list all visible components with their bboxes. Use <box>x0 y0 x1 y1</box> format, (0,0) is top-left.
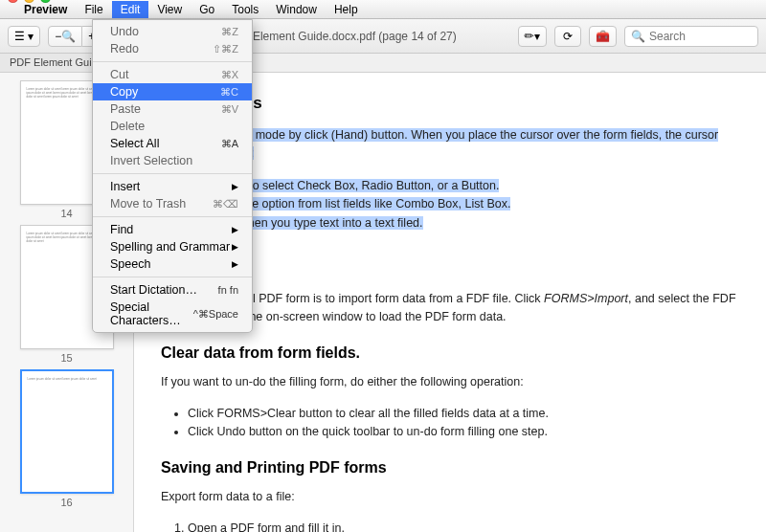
menu-item-find[interactable]: Find▶ <box>93 221 252 238</box>
menu-tools[interactable]: Tools <box>223 1 267 18</box>
menu-item-delete: Delete <box>93 118 252 135</box>
menu-item-cut: Cut⌘X <box>93 66 252 83</box>
menu-shortcut: ⌘X <box>221 69 238 81</box>
close-window-button[interactable] <box>8 0 18 3</box>
heading-save-print: Saving and Printing PDF forms <box>161 459 739 477</box>
menu-separator <box>93 277 252 277</box>
rotate-icon: ⟳ <box>563 30 573 43</box>
menu-item-speech[interactable]: Speech▶ <box>93 255 252 273</box>
menu-item-label: Paste <box>110 102 141 116</box>
menu-go[interactable]: Go <box>191 1 223 18</box>
edit-menu-dropdown: Undo⌘ZRedo⇧⌘ZCut⌘XCopy⌘CPaste⌘VDeleteSel… <box>92 19 253 333</box>
menu-item-label: Cut <box>110 68 128 81</box>
toolbox-icon: 🧰 <box>596 30 610 43</box>
menu-item-label: Find <box>110 223 133 236</box>
pencil-icon: ✎ <box>522 28 538 44</box>
menu-item-copy[interactable]: Copy⌘C <box>93 83 252 100</box>
list-item: Click FORMS>Clear button to clear all th… <box>188 405 739 423</box>
submenu-arrow-icon: ▶ <box>232 225 238 234</box>
menu-item-select-all[interactable]: Select All⌘A <box>93 135 252 152</box>
menu-shortcut: ^⌘Space <box>193 308 238 321</box>
menu-item-label: Speech <box>110 257 150 271</box>
menu-item-label: Special Characters… <box>110 300 193 327</box>
menu-file[interactable]: File <box>76 1 111 18</box>
menu-shortcut: ⌘V <box>221 103 238 116</box>
paragraph: Export form data to a file: <box>161 488 739 506</box>
paragraph: If you want to un-do the filling form, d… <box>161 373 739 391</box>
minimize-window-button[interactable] <box>24 0 34 3</box>
search-input[interactable] <box>649 30 752 43</box>
menu-window[interactable]: Window <box>267 1 326 18</box>
submenu-arrow-icon: ▶ <box>232 182 238 191</box>
menu-shortcut: ⇧⌘Z <box>213 43 238 55</box>
menu-item-invert-selection: Invert Selection <box>93 152 252 169</box>
menu-separator <box>93 173 252 174</box>
menu-item-label: Select All <box>110 137 159 150</box>
ordered-list: Open a PDF form and fill it in. Click FO… <box>188 520 739 532</box>
menu-shortcut: ⌘A <box>221 138 238 150</box>
menu-shortcut: ⌘C <box>220 86 238 99</box>
menu-item-label: Start Dictation… <box>110 283 197 297</box>
zoom-out-button[interactable]: −🔍 <box>48 26 82 47</box>
menu-separator <box>93 216 252 217</box>
menu-item-spelling-and-grammar[interactable]: Spelling and Grammar▶ <box>93 238 252 255</box>
menu-item-label: Copy <box>110 85 138 99</box>
list-item: Open a PDF form and fill it in. <box>188 520 739 532</box>
menu-shortcut: ⌘⌫ <box>213 198 238 211</box>
menu-shortcut: ⌘Z <box>221 26 238 38</box>
search-field[interactable]: 🔍 <box>624 26 758 47</box>
window-controls <box>8 0 51 3</box>
zoom-window-button[interactable] <box>40 0 51 3</box>
menubar: Preview File Edit View Go Tools Window H… <box>0 0 766 19</box>
thumb-label: 16 <box>60 497 72 508</box>
menu-item-insert[interactable]: Insert▶ <box>93 178 252 195</box>
menu-item-label: Redo <box>110 42 139 55</box>
zoom-out-icon: −🔍 <box>55 30 76 43</box>
menu-item-label: Spelling and Grammar <box>110 240 230 254</box>
thumb-label: 15 <box>60 352 72 364</box>
search-icon: 🔍 <box>631 30 645 43</box>
submenu-arrow-icon: ▶ <box>232 242 238 252</box>
menu-edit[interactable]: Edit <box>112 1 149 18</box>
highlight-button[interactable]: ✎ ▾ <box>518 26 547 47</box>
menu-item-label: Delete <box>110 120 145 133</box>
markup-toolbar-button[interactable]: 🧰 <box>589 26 617 47</box>
rotate-button[interactable]: ⟳ <box>554 26 581 47</box>
menu-item-start-dictation[interactable]: Start Dictation…fn fn <box>93 281 252 299</box>
menu-view[interactable]: View <box>148 1 191 18</box>
view-mode-button[interactable]: ☰ ▾ <box>8 26 40 47</box>
menu-item-move-to-trash: Move to Trash⌘⌫ <box>93 195 252 212</box>
page-thumbnail-selected[interactable]: Lorem ipsum dolor sit amet lorem ipsum d… <box>20 369 114 494</box>
thumb-16[interactable]: Lorem ipsum dolor sit amet lorem ipsum d… <box>20 369 114 508</box>
menu-item-paste: Paste⌘V <box>93 100 252 118</box>
heading-clear-data: Clear data from form fields. <box>161 344 739 362</box>
menu-item-label: Insert <box>110 180 140 193</box>
menu-help[interactable]: Help <box>326 1 367 18</box>
menu-item-undo: Undo⌘Z <box>93 23 252 40</box>
menu-item-special-characters[interactable]: Special Characters…^⌘Space <box>93 299 252 329</box>
menu-separator <box>93 61 252 62</box>
submenu-arrow-icon: ▶ <box>232 259 238 269</box>
app-menu[interactable]: Preview <box>15 1 76 18</box>
menu-item-label: Undo <box>110 25 139 38</box>
list-item: Click Undo button on the quick toolbar t… <box>188 423 739 441</box>
menu-item-label: Invert Selection <box>110 154 192 167</box>
thumb-label: 14 <box>60 208 72 219</box>
menu-shortcut: fn fn <box>218 284 238 296</box>
menu-item-label: Move to Trash <box>110 197 186 211</box>
menu-item-redo: Redo⇧⌘Z <box>93 40 252 57</box>
bullet-list: Click FORMS>Clear button to clear all th… <box>188 405 739 442</box>
